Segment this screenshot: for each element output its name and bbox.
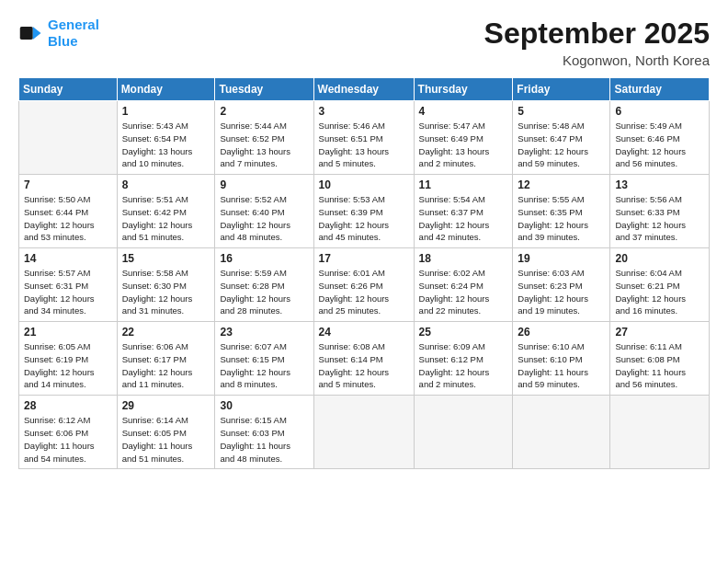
calendar-cell: 19Sunrise: 6:03 AMSunset: 6:23 PMDayligh… [513,248,610,322]
calendar-cell: 6Sunrise: 5:49 AMSunset: 6:46 PMDaylight… [610,101,710,175]
calendar-cell: 22Sunrise: 6:06 AMSunset: 6:17 PMDayligh… [117,322,215,396]
logo-text: General Blue [48,17,99,50]
calendar-cell: 15Sunrise: 5:58 AMSunset: 6:30 PMDayligh… [117,248,215,322]
calendar-week-5: 28Sunrise: 6:12 AMSunset: 6:06 PMDayligh… [19,396,710,469]
calendar-cell: 18Sunrise: 6:02 AMSunset: 6:24 PMDayligh… [414,248,513,322]
calendar-week-3: 14Sunrise: 5:57 AMSunset: 6:31 PMDayligh… [19,248,710,322]
day-detail: Sunrise: 6:05 AMSunset: 6:19 PMDaylight:… [24,340,112,391]
calendar-cell: 3Sunrise: 5:46 AMSunset: 6:51 PMDaylight… [313,101,414,175]
day-number: 8 [122,178,210,191]
calendar-cell: 5Sunrise: 5:48 AMSunset: 6:47 PMDaylight… [513,101,610,175]
day-detail: Sunrise: 6:08 AMSunset: 6:14 PMDaylight:… [319,340,409,391]
day-detail: Sunrise: 6:12 AMSunset: 6:06 PMDaylight:… [24,414,112,465]
day-number: 11 [419,178,508,191]
day-number: 18 [419,252,508,265]
calendar-week-1: 1Sunrise: 5:43 AMSunset: 6:54 PMDaylight… [19,101,710,175]
day-header-wednesday: Wednesday [313,78,414,101]
day-number: 6 [615,105,704,118]
day-detail: Sunrise: 5:46 AMSunset: 6:51 PMDaylight:… [319,120,409,170]
day-detail: Sunrise: 6:10 AMSunset: 6:10 PMDaylight:… [518,340,605,391]
calendar-cell: 7Sunrise: 5:50 AMSunset: 6:44 PMDaylight… [19,175,118,248]
calendar-cell: 4Sunrise: 5:47 AMSunset: 6:49 PMDaylight… [414,101,513,175]
day-number: 25 [419,326,508,339]
calendar-cell: 16Sunrise: 5:59 AMSunset: 6:28 PMDayligh… [215,248,313,322]
day-number: 14 [24,252,112,265]
day-number: 16 [220,252,308,265]
calendar-cell: 20Sunrise: 6:04 AMSunset: 6:21 PMDayligh… [610,248,710,322]
day-number: 5 [518,105,605,118]
calendar-cell: 8Sunrise: 5:51 AMSunset: 6:42 PMDaylight… [117,175,215,248]
day-header-saturday: Saturday [610,78,710,101]
day-number: 1 [122,105,210,118]
calendar-cell: 21Sunrise: 6:05 AMSunset: 6:19 PMDayligh… [19,322,118,396]
day-number: 27 [615,326,704,339]
calendar-cell [19,101,118,175]
calendar-cell: 13Sunrise: 5:56 AMSunset: 6:33 PMDayligh… [610,175,710,248]
day-header-thursday: Thursday [414,78,513,101]
day-detail: Sunrise: 6:09 AMSunset: 6:12 PMDaylight:… [419,340,508,391]
header: General Blue September 2025 Kogonwon, No… [18,17,710,68]
day-number: 19 [518,252,605,265]
calendar-cell: 23Sunrise: 6:07 AMSunset: 6:15 PMDayligh… [215,322,313,396]
calendar-cell: 25Sunrise: 6:09 AMSunset: 6:12 PMDayligh… [414,322,513,396]
calendar-cell: 11Sunrise: 5:54 AMSunset: 6:37 PMDayligh… [414,175,513,248]
calendar-cell [513,396,610,469]
day-number: 29 [122,399,210,412]
day-header-tuesday: Tuesday [215,78,313,101]
day-detail: Sunrise: 5:44 AMSunset: 6:52 PMDaylight:… [220,120,308,170]
calendar-cell: 14Sunrise: 5:57 AMSunset: 6:31 PMDayligh… [19,248,118,322]
day-number: 2 [220,105,308,118]
day-detail: Sunrise: 5:54 AMSunset: 6:37 PMDaylight:… [419,193,508,244]
day-detail: Sunrise: 5:47 AMSunset: 6:49 PMDaylight:… [419,120,508,170]
calendar-cell: 10Sunrise: 5:53 AMSunset: 6:39 PMDayligh… [313,175,414,248]
day-number: 26 [518,326,605,339]
day-detail: Sunrise: 5:57 AMSunset: 6:31 PMDaylight:… [24,267,112,317]
calendar-week-4: 21Sunrise: 6:05 AMSunset: 6:19 PMDayligh… [19,322,710,396]
day-detail: Sunrise: 6:11 AMSunset: 6:08 PMDaylight:… [615,340,704,391]
calendar-cell: 24Sunrise: 6:08 AMSunset: 6:14 PMDayligh… [313,322,414,396]
logo-icon [18,20,44,46]
calendar-cell: 9Sunrise: 5:52 AMSunset: 6:40 PMDaylight… [215,175,313,248]
day-detail: Sunrise: 5:52 AMSunset: 6:40 PMDaylight:… [220,193,308,244]
day-number: 7 [24,178,112,191]
day-detail: Sunrise: 6:04 AMSunset: 6:21 PMDaylight:… [615,267,704,317]
calendar-cell: 12Sunrise: 5:55 AMSunset: 6:35 PMDayligh… [513,175,610,248]
day-number: 3 [319,105,409,118]
calendar-table: SundayMondayTuesdayWednesdayThursdayFrid… [18,77,710,469]
svg-rect-1 [20,27,33,40]
day-number: 28 [24,399,112,412]
day-detail: Sunrise: 5:58 AMSunset: 6:30 PMDaylight:… [122,267,210,317]
day-number: 17 [319,252,409,265]
day-detail: Sunrise: 5:59 AMSunset: 6:28 PMDaylight:… [220,267,308,317]
calendar-cell: 29Sunrise: 6:14 AMSunset: 6:05 PMDayligh… [117,396,215,469]
day-number: 10 [319,178,409,191]
day-detail: Sunrise: 5:49 AMSunset: 6:46 PMDaylight:… [615,120,704,170]
location: Kogonwon, North Korea [484,52,710,68]
day-number: 12 [518,178,605,191]
day-detail: Sunrise: 6:07 AMSunset: 6:15 PMDaylight:… [220,340,308,391]
day-number: 24 [319,326,409,339]
calendar-cell [610,396,710,469]
day-number: 23 [220,326,308,339]
day-number: 30 [220,399,308,412]
day-number: 21 [24,326,112,339]
svg-marker-2 [33,27,41,40]
day-number: 9 [220,178,308,191]
calendar-cell: 30Sunrise: 6:15 AMSunset: 6:03 PMDayligh… [215,396,313,469]
day-detail: Sunrise: 6:01 AMSunset: 6:26 PMDaylight:… [319,267,409,317]
day-header-monday: Monday [117,78,215,101]
day-detail: Sunrise: 5:56 AMSunset: 6:33 PMDaylight:… [615,193,704,244]
month-title: September 2025 [484,17,710,51]
day-detail: Sunrise: 5:50 AMSunset: 6:44 PMDaylight:… [24,193,112,244]
day-detail: Sunrise: 6:03 AMSunset: 6:23 PMDaylight:… [518,267,605,317]
calendar-cell: 2Sunrise: 5:44 AMSunset: 6:52 PMDaylight… [215,101,313,175]
day-detail: Sunrise: 5:55 AMSunset: 6:35 PMDaylight:… [518,193,605,244]
calendar-page: General Blue September 2025 Kogonwon, No… [0,0,728,563]
day-detail: Sunrise: 6:06 AMSunset: 6:17 PMDaylight:… [122,340,210,391]
day-detail: Sunrise: 6:02 AMSunset: 6:24 PMDaylight:… [419,267,508,317]
calendar-cell: 26Sunrise: 6:10 AMSunset: 6:10 PMDayligh… [513,322,610,396]
day-number: 15 [122,252,210,265]
day-detail: Sunrise: 5:43 AMSunset: 6:54 PMDaylight:… [122,120,210,170]
day-detail: Sunrise: 6:15 AMSunset: 6:03 PMDaylight:… [220,414,308,465]
calendar-cell: 28Sunrise: 6:12 AMSunset: 6:06 PMDayligh… [19,396,118,469]
